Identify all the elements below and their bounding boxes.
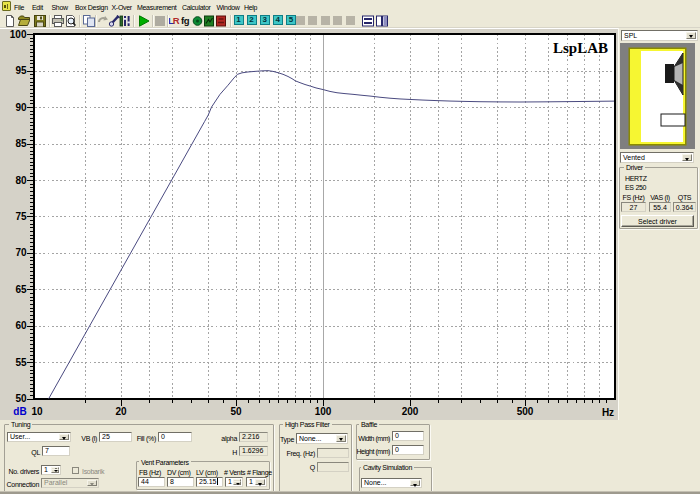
- svg-text:LspLAB: LspLAB: [553, 40, 608, 56]
- svg-text:10: 10: [31, 406, 43, 417]
- svg-text:500: 500: [517, 406, 534, 417]
- svg-text:20: 20: [115, 406, 127, 417]
- svg-text:85: 85: [15, 138, 27, 149]
- svg-text:Hz: Hz: [602, 407, 614, 418]
- svg-text:dB: dB: [13, 406, 26, 417]
- svg-text:200: 200: [402, 406, 419, 417]
- svg-text:75: 75: [15, 211, 27, 222]
- svg-text:60: 60: [15, 320, 27, 331]
- svg-text:70: 70: [15, 247, 27, 258]
- svg-text:55: 55: [15, 357, 27, 368]
- svg-text:80: 80: [15, 175, 27, 186]
- svg-text:65: 65: [15, 284, 27, 295]
- svg-text:50: 50: [230, 406, 242, 417]
- svg-text:95: 95: [15, 65, 27, 76]
- svg-text:50: 50: [15, 393, 27, 404]
- svg-text:100: 100: [315, 406, 332, 417]
- svg-text:90: 90: [15, 102, 27, 113]
- svg-text:100: 100: [10, 29, 27, 40]
